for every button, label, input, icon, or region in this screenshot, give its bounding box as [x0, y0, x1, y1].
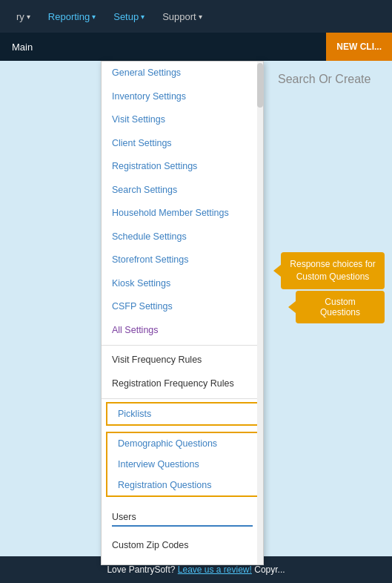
nav-inventory-arrow: ▾	[27, 13, 30, 21]
menu-item-registration-settings[interactable]: Registration Settings	[102, 155, 263, 179]
footer-review-link[interactable]: Leave us a review!	[178, 564, 252, 575]
nav-inventory-label: ry	[16, 11, 24, 22]
menu-item-schedule-templates[interactable]: Schedule Templates	[102, 558, 263, 566]
navbar: ry ▾ Reporting ▾ Setup ▾ Support ▾	[0, 0, 392, 33]
menu-item-kiosk-settings[interactable]: Kiosk Settings	[102, 272, 263, 296]
tooltip-response-choices: Response choices for Custom Questions	[281, 252, 385, 289]
picklists-section: Picklists	[106, 402, 259, 426]
menu-item-all-settings[interactable]: All Settings	[102, 319, 263, 343]
tooltip-custom-arrow	[288, 301, 296, 313]
main-content: Search Or Create General Settings Invent…	[0, 61, 392, 556]
nav-item-setup[interactable]: Setup ▾	[104, 5, 153, 28]
menu-item-demographic-questions[interactable]: Demographic Questions	[107, 433, 257, 454]
menu-item-registration-questions[interactable]: Registration Questions	[107, 475, 257, 495]
menu-item-custom-zip-codes[interactable]: Custom Zip Codes	[102, 534, 263, 558]
scrollbar-thumb[interactable]	[257, 63, 263, 108]
menu-item-visit-settings[interactable]: Visit Settings	[102, 108, 263, 132]
users-divider	[112, 525, 253, 527]
new-client-button[interactable]: NEW CLI...	[326, 33, 392, 61]
divider-2	[102, 398, 263, 399]
menu-item-interview-questions[interactable]: Interview Questions	[107, 454, 257, 475]
nav-setup-arrow: ▾	[141, 13, 144, 21]
menu-item-search-settings[interactable]: Search Settings	[102, 179, 263, 202]
menu-item-picklists[interactable]: Picklists	[107, 404, 257, 424]
menu-item-household-settings[interactable]: Household Member Settings	[102, 202, 263, 225]
scrollbar[interactable]	[257, 62, 263, 564]
users-section: Users	[102, 504, 263, 531]
search-or-create-label: Search Or Create	[278, 73, 371, 85]
nav-item-support[interactable]: Support ▾	[153, 5, 211, 28]
users-header: Users	[102, 507, 263, 525]
subheader: Main NEW CLI...	[0, 33, 392, 61]
nav-support-arrow: ▾	[199, 13, 202, 21]
tooltip-custom-text: Custom Questions	[320, 297, 360, 317]
divider-1	[102, 345, 263, 346]
menu-item-general-settings[interactable]: General Settings	[102, 62, 263, 85]
nav-reporting-arrow: ▾	[92, 13, 96, 21]
custom-questions-section: Demographic Questions Interview Question…	[106, 432, 259, 497]
menu-item-inventory-settings[interactable]: Inventory Settings	[102, 85, 263, 109]
nav-item-reporting[interactable]: Reporting ▾	[39, 5, 104, 28]
tooltip-response-text: Response choices for Custom Questions	[290, 259, 375, 282]
dropdown-menu: General Settings Inventory Settings Visi…	[101, 61, 264, 565]
nav-reporting-label: Reporting	[48, 11, 90, 22]
menu-item-visit-frequency[interactable]: Visit Frequency Rules	[102, 349, 263, 372]
menu-item-registration-frequency[interactable]: Registration Frequency Rules	[102, 372, 263, 396]
nav-item-inventory[interactable]: ry ▾	[7, 5, 39, 28]
nav-support-label: Support	[162, 11, 196, 22]
menu-item-client-settings[interactable]: Client Settings	[102, 132, 263, 156]
menu-item-csfp-settings[interactable]: CSFP Settings	[102, 295, 263, 319]
menu-item-storefront-settings[interactable]: Storefront Settings	[102, 248, 263, 272]
footer-text: Love PantrySoft?	[107, 564, 175, 575]
search-area: Search Or Create	[266, 61, 392, 98]
nav-setup-label: Setup	[113, 11, 139, 22]
subheader-title: Main	[12, 42, 33, 53]
tooltip-response-arrow	[273, 265, 281, 277]
menu-item-schedule-settings[interactable]: Schedule Settings	[102, 225, 263, 249]
footer-copyright: Copyr...	[254, 564, 285, 575]
tooltip-custom-questions: Custom Questions	[296, 291, 385, 323]
